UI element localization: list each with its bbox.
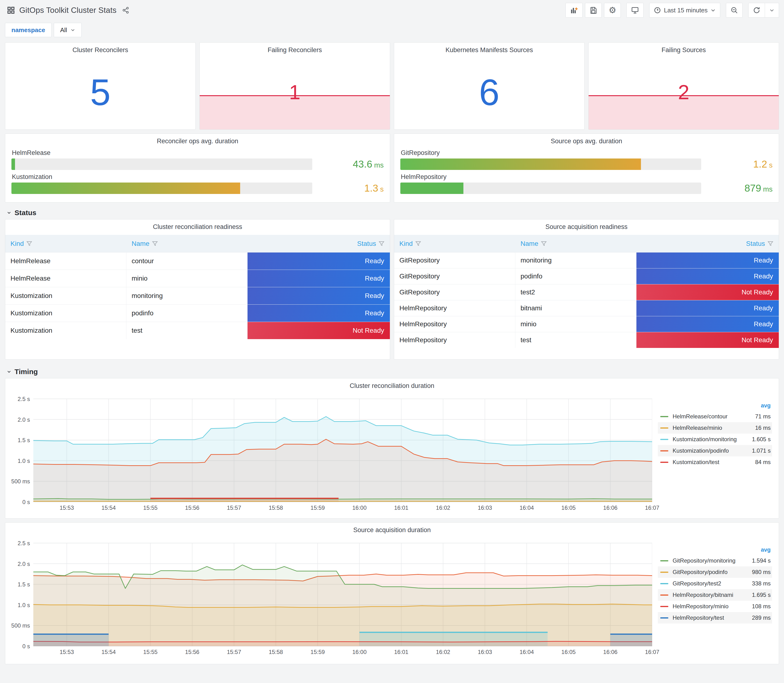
gauge-track xyxy=(11,183,312,194)
filter-funnel-icon[interactable] xyxy=(378,240,385,247)
series-color-dash xyxy=(660,560,669,561)
gauge-line: 43.6ms xyxy=(11,159,384,170)
filter-funnel-icon[interactable] xyxy=(767,240,774,247)
table-row: KustomizationpodinfoReady xyxy=(5,305,390,322)
legend-item[interactable]: Kustomization/podinfo1.071 s xyxy=(658,445,772,457)
column-header-status[interactable]: Status xyxy=(247,240,390,247)
gauge-fill xyxy=(11,159,15,170)
gauge-value-unit: ms xyxy=(763,185,773,193)
cell-kind: GitRepository xyxy=(394,284,515,300)
table-row: HelmRepositorytestNot Ready xyxy=(394,332,779,348)
chart-plot-area[interactable] xyxy=(33,396,652,502)
legend-avg-value: 1.071 s xyxy=(738,447,771,454)
column-header-status[interactable]: Status xyxy=(636,240,779,247)
cell-kind: Kustomization xyxy=(5,287,127,305)
status-badge: Ready xyxy=(247,270,390,287)
column-header-label: Kind xyxy=(10,240,24,247)
y-axis-label: 2.5 s xyxy=(6,396,30,402)
cell-name: podinfo xyxy=(515,268,636,284)
stat-panel-title[interactable]: Failing Sources xyxy=(588,43,779,54)
column-header-name[interactable]: Name xyxy=(515,240,636,247)
column-header-label: Kind xyxy=(399,240,413,247)
cycle-view-mode-button[interactable] xyxy=(627,3,644,18)
refresh-dashboard-button[interactable] xyxy=(748,3,765,18)
stat-value: 1 xyxy=(200,82,390,102)
column-header-name[interactable]: Name xyxy=(127,240,247,247)
y-axis-label: 2.5 s xyxy=(6,540,30,547)
filter-funnel-icon[interactable] xyxy=(541,240,547,247)
stat-panel: Kubernetes Manifests Sources6 xyxy=(394,42,585,130)
refresh-interval-dropdown[interactable] xyxy=(765,3,779,18)
legend-item[interactable]: Kustomization/test84 ms xyxy=(658,457,772,468)
legend-series-name: GitRepository/test2 xyxy=(673,580,738,587)
legend-item[interactable]: Kustomization/monitoring1.605 s xyxy=(658,434,772,445)
gauge-panel-title[interactable]: Reconciler ops avg. duration xyxy=(11,134,384,145)
gauge-fill xyxy=(400,183,463,194)
status-badge: Ready xyxy=(636,300,779,316)
cell-name: minio xyxy=(127,270,247,287)
cell-name: monitoring xyxy=(515,252,636,268)
legend-avg-header[interactable]: avg xyxy=(658,545,772,555)
filter-funnel-icon[interactable] xyxy=(26,240,32,247)
x-axis-label: 16:01 xyxy=(388,649,414,656)
gauge-panel-title[interactable]: Source ops avg. duration xyxy=(400,134,773,145)
gauge-value-number: 879 xyxy=(744,183,761,194)
add-panel-button[interactable] xyxy=(566,3,583,18)
chart-title[interactable]: Cluster reconciliation duration xyxy=(5,378,779,390)
gauge-line: 1.3s xyxy=(11,183,384,194)
filter-funnel-icon[interactable] xyxy=(152,240,158,247)
chevron-down-icon xyxy=(6,210,12,215)
time-range-picker[interactable]: Last 15 minutes xyxy=(649,3,720,18)
time-range-label: Last 15 minutes xyxy=(664,6,708,14)
gear-icon: ⚙ xyxy=(609,5,616,15)
x-axis-label: 16:06 xyxy=(597,505,623,511)
y-axis-label: 1.0 s xyxy=(6,458,30,464)
x-axis-label: 16:02 xyxy=(430,505,456,511)
table-row: HelmReleasecontourReady xyxy=(5,252,390,269)
legend-avg-value: 71 ms xyxy=(738,413,771,420)
cell-kind: HelmRelease xyxy=(5,252,127,269)
status-badge: Ready xyxy=(636,252,779,268)
filter-funnel-icon[interactable] xyxy=(415,240,421,247)
legend-item[interactable]: GitRepository/test2338 ms xyxy=(658,578,772,589)
status-badge: Ready xyxy=(636,268,779,284)
cell-kind: GitRepository xyxy=(394,268,515,284)
gauge-row: HelmRelease43.6ms xyxy=(11,149,384,170)
x-axis-label: 15:53 xyxy=(54,505,80,511)
dashboard-settings-button[interactable]: ⚙ xyxy=(604,3,621,18)
share-dashboard-icon[interactable] xyxy=(122,6,129,14)
zoom-out-time-button[interactable] xyxy=(726,3,742,18)
stat-panel-title[interactable]: Failing Reconcilers xyxy=(200,43,390,54)
legend-avg-header[interactable]: avg xyxy=(658,400,772,411)
x-axis-label: 15:59 xyxy=(305,649,331,656)
legend-item[interactable]: GitRepository/podinfo980 ms xyxy=(658,566,772,578)
legend-avg-value: 1.605 s xyxy=(738,436,771,443)
legend-item[interactable]: HelmRelease/contour71 ms xyxy=(658,411,772,422)
legend-item[interactable]: GitRepository/monitoring1.594 s xyxy=(658,555,772,566)
column-header-kind[interactable]: Kind xyxy=(394,240,515,247)
legend-series-name: HelmRelease/contour xyxy=(673,413,738,420)
stat-panel-title[interactable]: Cluster Reconcilers xyxy=(5,43,196,54)
column-header-label: Name xyxy=(521,240,539,247)
stat-panel: Cluster Reconcilers5 xyxy=(5,42,196,130)
dashboard-grid-icon[interactable] xyxy=(7,6,15,14)
section-row-timing[interactable]: Timing xyxy=(6,368,779,376)
legend-item[interactable]: HelmRepository/bitnami1.695 s xyxy=(658,589,772,601)
status-badge: Ready xyxy=(247,287,390,305)
legend-item[interactable]: HelmRepository/minio108 ms xyxy=(658,601,772,612)
section-row-status[interactable]: Status xyxy=(6,209,779,217)
variable-value-dropdown[interactable]: All xyxy=(54,23,82,37)
legend-item[interactable]: HelmRepository/test289 ms xyxy=(658,612,772,624)
stat-panel-title[interactable]: Kubernetes Manifests Sources xyxy=(394,43,584,54)
variable-selected-value: All xyxy=(60,26,67,34)
gauge-value: 1.2s xyxy=(701,159,773,170)
table-panel-title[interactable]: Cluster reconciliation readiness xyxy=(5,220,390,231)
chart-title[interactable]: Source acquisition duration xyxy=(5,523,779,534)
legend-avg-value: 1.695 s xyxy=(738,592,771,598)
column-header-kind[interactable]: Kind xyxy=(5,240,127,247)
legend-item[interactable]: HelmRelease/minio16 ms xyxy=(658,422,772,434)
save-dashboard-button[interactable] xyxy=(585,3,602,18)
chart-plot-area[interactable] xyxy=(33,540,652,646)
table-panel-title[interactable]: Source acquisition readiness xyxy=(394,220,779,231)
x-axis-label: 16:03 xyxy=(472,505,498,511)
